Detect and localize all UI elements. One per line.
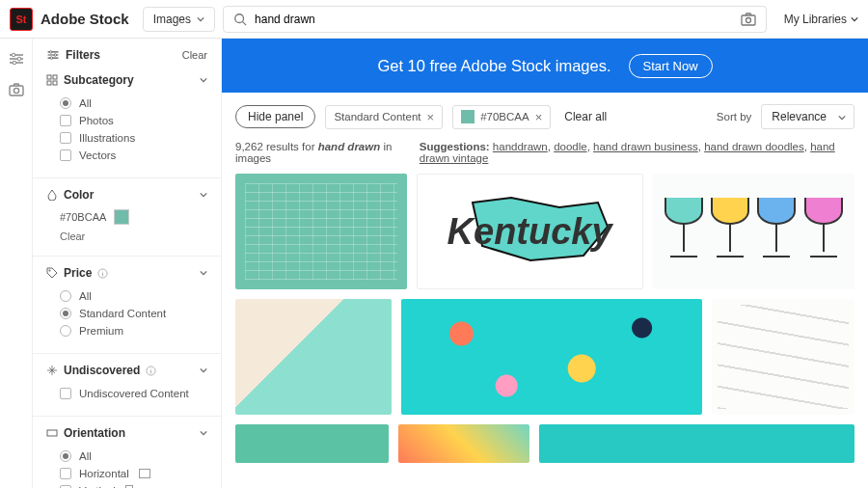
header: St Adobe Stock Images My Libraries xyxy=(0,0,868,39)
chevron-down-icon xyxy=(838,114,846,122)
content: Get 10 free Adobe Stock images. Start No… xyxy=(222,39,868,488)
gallery: Kentucky xyxy=(222,174,868,488)
filter-undiscovered: Undiscovered Undiscovered Content xyxy=(46,364,207,402)
filter-orientation-head[interactable]: Orientation xyxy=(46,426,207,440)
thumbnail[interactable] xyxy=(235,299,392,415)
price-premium[interactable]: Premium xyxy=(46,322,207,339)
chip-remove-icon[interactable]: × xyxy=(535,110,543,124)
sliders-icon xyxy=(46,48,60,62)
subcategory-illustrations[interactable]: Illustrations xyxy=(46,129,207,147)
suggestions: Suggestions: handdrawn, doodle, hand dra… xyxy=(420,141,854,164)
svg-point-8 xyxy=(49,51,51,53)
visual-search-icon[interactable] xyxy=(741,12,756,27)
results-toolbar: Hide panel Standard Content × #70BCAA × … xyxy=(222,93,868,141)
category-select[interactable]: Images xyxy=(143,7,215,32)
price-standard[interactable]: Standard Content xyxy=(46,305,207,322)
start-now-button[interactable]: Start Now xyxy=(629,54,713,78)
svg-point-0 xyxy=(235,14,244,22)
sparkle-icon xyxy=(46,365,58,376)
thumbnail[interactable] xyxy=(653,174,854,289)
color-clear[interactable]: Clear xyxy=(46,230,207,242)
chevron-down-icon xyxy=(197,15,204,23)
thumbnail[interactable] xyxy=(401,299,702,415)
chip-color: #70BCAA × xyxy=(452,105,551,129)
hide-panel-button[interactable]: Hide panel xyxy=(235,105,315,128)
tag-icon xyxy=(46,267,58,279)
filters-title: Filters xyxy=(66,48,100,62)
info-icon xyxy=(97,268,108,279)
thumbnail[interactable] xyxy=(539,424,854,463)
svg-point-10 xyxy=(50,57,52,59)
promo-banner: Get 10 free Adobe Stock images. Start No… xyxy=(222,39,868,93)
chevron-down-icon xyxy=(200,76,207,84)
info-icon xyxy=(146,366,156,376)
chip-color-swatch xyxy=(461,110,475,123)
filter-price-head[interactable]: Price xyxy=(46,266,207,280)
thumbnail[interactable]: Kentucky xyxy=(417,174,643,289)
chip-remove-icon[interactable]: × xyxy=(427,110,435,124)
subcategory-vectors[interactable]: Vectors xyxy=(46,147,207,164)
suggestion-link[interactable]: doodle xyxy=(554,141,587,152)
thumbnail[interactable] xyxy=(235,424,389,463)
filters-clear[interactable]: Clear xyxy=(182,49,207,61)
search-icon xyxy=(233,13,247,26)
undiscovered-content[interactable]: Undiscovered Content xyxy=(46,385,207,402)
chevron-down-icon xyxy=(200,269,207,277)
results-count: 9,262 results for hand drawn in images xyxy=(235,141,410,164)
svg-rect-14 xyxy=(53,81,57,85)
filter-undiscovered-head[interactable]: Undiscovered xyxy=(46,364,207,377)
thumbnail[interactable] xyxy=(712,299,854,415)
sort-select[interactable]: Relevance xyxy=(761,104,854,129)
sliders-icon[interactable] xyxy=(8,50,25,68)
filter-subcategory: Subcategory All Photos Illustrations Vec… xyxy=(46,73,207,164)
drop-icon xyxy=(46,189,58,201)
svg-point-3 xyxy=(12,53,15,57)
filter-orientation: Orientation All Horizontal Vertical Squa… xyxy=(46,426,207,488)
search-bar xyxy=(223,6,767,33)
color-swatch-row[interactable]: #70BCAA xyxy=(46,209,207,225)
price-all[interactable]: All xyxy=(46,287,207,305)
svg-rect-6 xyxy=(10,86,23,95)
suggestion-link[interactable]: handdrawn xyxy=(493,141,548,152)
svg-rect-11 xyxy=(47,75,51,79)
orientation-all[interactable]: All xyxy=(46,447,207,465)
filter-color: Color #70BCAA Clear xyxy=(46,188,207,242)
thumbnail[interactable] xyxy=(235,174,407,289)
orientation-vertical[interactable]: Vertical xyxy=(46,482,207,488)
svg-point-2 xyxy=(746,17,750,22)
camera-icon[interactable] xyxy=(8,81,25,98)
svg-point-7 xyxy=(14,88,18,93)
svg-rect-12 xyxy=(53,75,57,79)
chevron-down-icon xyxy=(851,15,858,23)
filters-sidebar: Filters Clear Subcategory All Photos Ill… xyxy=(33,39,222,488)
brand-name: Adobe Stock xyxy=(41,11,129,27)
subcategory-all[interactable]: All xyxy=(46,95,207,112)
grid-icon xyxy=(46,74,58,86)
chip-standard-content: Standard Content × xyxy=(325,105,443,129)
filter-price: Price All Standard Content Premium xyxy=(46,266,207,339)
orientation-icon xyxy=(46,427,58,439)
chevron-down-icon xyxy=(200,366,207,374)
clear-all-button[interactable]: Clear all xyxy=(564,110,607,123)
svg-point-9 xyxy=(54,54,56,56)
my-libraries-label: My Libraries xyxy=(784,13,847,26)
thumbnail[interactable] xyxy=(398,424,529,463)
color-swatch xyxy=(114,209,129,225)
chevron-down-icon xyxy=(200,191,207,199)
svg-point-4 xyxy=(17,57,21,61)
search-input[interactable] xyxy=(255,13,741,26)
filter-color-head[interactable]: Color xyxy=(46,188,207,202)
my-libraries-menu[interactable]: My Libraries xyxy=(784,13,858,26)
orientation-horizontal[interactable]: Horizontal xyxy=(46,465,207,482)
subcategory-photos[interactable]: Photos xyxy=(46,112,207,129)
sort-label: Sort by xyxy=(717,111,751,122)
filter-subcategory-head[interactable]: Subcategory xyxy=(46,73,207,87)
suggestion-link[interactable]: hand drawn doodles xyxy=(704,141,804,152)
adobe-stock-logo[interactable]: St xyxy=(10,8,33,31)
suggestion-link[interactable]: hand drawn business xyxy=(593,141,698,152)
main: Filters Clear Subcategory All Photos Ill… xyxy=(0,39,868,488)
chevron-down-icon xyxy=(200,429,207,437)
category-value: Images xyxy=(153,13,191,26)
svg-rect-13 xyxy=(47,81,51,85)
left-rail xyxy=(0,39,33,488)
